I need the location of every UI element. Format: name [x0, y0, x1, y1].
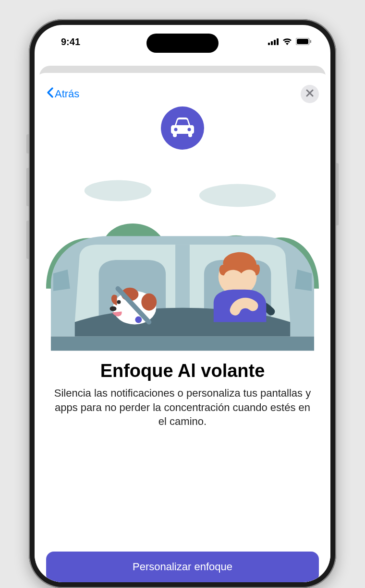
feature-icon-badge — [161, 106, 204, 150]
svg-point-9 — [85, 180, 152, 201]
battery-icon — [296, 36, 311, 47]
svg-rect-1 — [271, 41, 273, 45]
dynamic-island — [146, 34, 219, 53]
svg-rect-5 — [297, 39, 308, 44]
svg-point-18 — [135, 317, 142, 323]
nav-row: Atrás — [46, 83, 319, 105]
svg-rect-3 — [277, 38, 279, 45]
phone-device-frame: 9:41 Atrás — [29, 19, 336, 588]
close-button[interactable] — [301, 85, 319, 103]
status-time: 9:41 — [61, 36, 80, 47]
svg-point-10 — [199, 184, 276, 207]
customize-focus-button[interactable]: Personalizar enfoque — [46, 552, 319, 582]
back-label: Atrás — [55, 88, 79, 100]
modal-sheet: Atrás — [35, 73, 330, 582]
screen: 9:41 Atrás — [35, 25, 330, 582]
wifi-icon — [282, 36, 292, 47]
driving-illustration — [46, 169, 319, 351]
page-description: Silencia las notificaciones o personaliz… — [46, 386, 319, 429]
svg-point-8 — [188, 128, 191, 131]
side-buttons-left — [26, 134, 29, 273]
status-right — [268, 36, 311, 47]
svg-point-7 — [174, 128, 178, 131]
page-title: Enfoque Al volante — [46, 361, 319, 381]
close-icon — [306, 89, 314, 99]
chevron-left-icon — [46, 87, 54, 101]
svg-rect-0 — [268, 43, 270, 45]
svg-rect-2 — [274, 40, 276, 45]
cellular-icon — [268, 36, 279, 47]
svg-point-16 — [110, 306, 117, 311]
car-icon — [170, 117, 195, 140]
svg-point-17 — [141, 294, 157, 311]
back-button[interactable]: Atrás — [46, 87, 79, 101]
svg-rect-6 — [310, 40, 312, 43]
side-button-right — [336, 163, 339, 225]
svg-point-15 — [117, 300, 121, 304]
